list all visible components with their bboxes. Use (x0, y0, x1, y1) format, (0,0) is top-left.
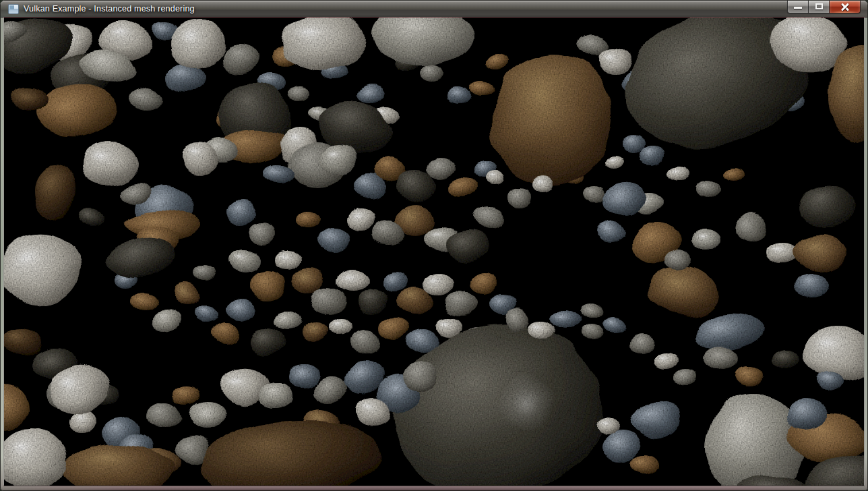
maximize-icon (815, 3, 823, 9)
close-icon (830, 1, 860, 13)
close-button[interactable] (830, 1, 861, 13)
desktop: Vulkan Example - Instanced mesh renderin… (0, 0, 868, 491)
rock-scene-svg (4, 18, 864, 486)
render-viewport[interactable] (4, 18, 864, 486)
maximize-button[interactable] (808, 1, 830, 13)
app-window: Vulkan Example - Instanced mesh renderin… (0, 0, 868, 491)
titlebar[interactable]: Vulkan Example - Instanced mesh renderin… (1, 1, 867, 18)
app-icon[interactable] (8, 4, 19, 14)
window-title: Vulkan Example - Instanced mesh renderin… (24, 1, 195, 18)
minimize-button[interactable] (787, 1, 808, 13)
minimize-icon (794, 7, 802, 9)
caption-buttons (787, 1, 861, 14)
